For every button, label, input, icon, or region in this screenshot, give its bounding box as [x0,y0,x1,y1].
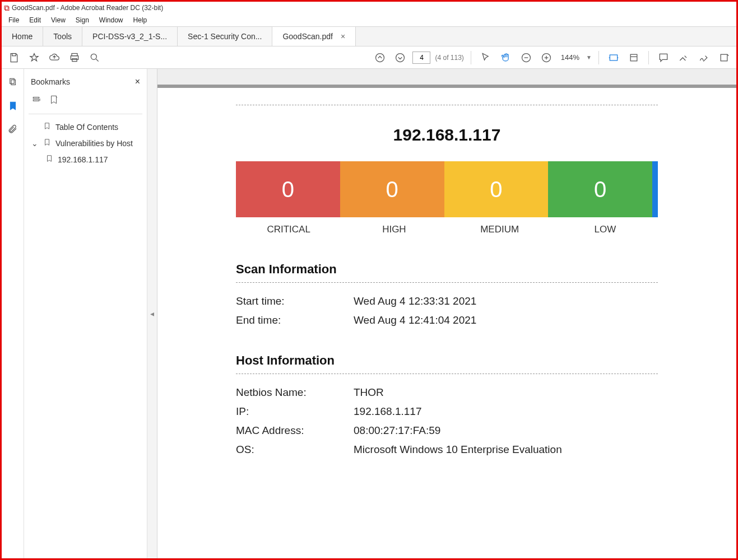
svg-point-5 [376,53,384,62]
bookmark-label: 192.168.1.117 [58,155,108,164]
fit-width-icon[interactable] [606,50,621,66]
scan-end-label: End time: [236,314,354,326]
severity-critical-label: CRITICAL [236,224,341,235]
menu-bar: File Edit View Sign Window Help [2,14,736,26]
chevron-down-icon[interactable]: ⌄ [31,139,39,148]
severity-high-count: 0 [340,161,444,217]
menu-help[interactable]: Help [129,15,152,25]
bookmark-icon [45,155,53,164]
sidebar-close-icon[interactable]: × [135,77,140,87]
netbios-label: Netbios Name: [236,386,354,399]
ip-label: IP: [236,405,354,418]
svg-rect-12 [10,78,14,83]
menu-edit[interactable]: Edit [25,15,45,25]
scan-end-value: Wed Aug 4 12:41:04 2021 [354,314,476,326]
document-area[interactable]: ◂ 192.168.1.117 0 0 0 0 CRITICAL HIGH ME… [147,69,736,558]
bookmark-icon [43,122,51,132]
tab-doc-1[interactable]: PCI-DSS-v3_2_1-S... [82,27,178,46]
bookmarks-icon[interactable] [6,99,20,113]
svg-rect-10 [630,54,637,61]
hand-tool-icon[interactable] [498,50,514,66]
page-display-icon[interactable] [626,50,642,66]
page-count-label: (4 of 113) [435,54,463,62]
new-bookmark-icon[interactable] [49,95,59,107]
comment-icon[interactable] [656,50,671,66]
severity-low-count: 0 [548,161,652,217]
svg-rect-1 [72,53,77,55]
save-icon[interactable] [6,50,22,66]
highlight-icon[interactable] [676,50,691,66]
tab-tools[interactable]: Tools [43,27,82,46]
search-icon[interactable] [87,50,103,66]
bookmark-label: Vulnerabilities by Host [55,139,133,148]
severity-labels: CRITICAL HIGH MEDIUM LOW [236,224,658,235]
sign-icon[interactable] [696,50,712,66]
bookmark-icon [43,138,51,148]
sidebar-collapse-gutter[interactable]: ◂ [147,69,157,558]
menu-sign[interactable]: Sign [71,15,94,25]
bookmarks-panel: Bookmarks × Table Of Contents ⌄ Vulnerab… [24,69,147,558]
page-up-icon[interactable] [372,50,388,66]
zoom-out-icon[interactable] [518,50,534,66]
sidebar-title: Bookmarks [31,77,70,86]
app-icon: ⧉ [4,3,10,13]
host-title: 192.168.1.117 [236,125,658,144]
menu-window[interactable]: Window [95,15,128,25]
print-icon[interactable] [67,50,82,66]
scan-info-heading: Scan Information [236,262,658,283]
svg-rect-0 [12,53,16,55]
bookmark-item-toc[interactable]: Table Of Contents [29,119,142,135]
pdf-page: 192.168.1.117 0 0 0 0 CRITICAL HIGH MEDI… [157,88,736,558]
cloud-upload-icon[interactable] [47,50,62,66]
severity-info-bar [652,161,658,217]
attachments-icon[interactable] [6,123,20,136]
tab-home[interactable]: Home [2,27,43,46]
bookmark-options-icon[interactable] [32,95,42,107]
ip-value: 192.168.1.117 [354,405,422,418]
window-title: GoodScan.pdf - Adobe Acrobat Reader DC (… [12,4,163,12]
zoom-dropdown-icon[interactable]: ▼ [586,54,592,60]
tab-doc-3[interactable]: GoodScan.pdf× [272,27,356,46]
menu-view[interactable]: View [47,15,70,25]
toolbar: (4 of 113) 144% ▼ [2,46,736,69]
svg-rect-9 [610,55,617,60]
severity-medium-count: 0 [444,161,549,217]
svg-point-6 [396,53,405,62]
svg-rect-11 [721,54,727,61]
severity-summary: 0 0 0 0 [236,161,658,217]
svg-rect-14 [33,97,39,99]
selection-tool-icon[interactable] [478,50,494,66]
zoom-level[interactable]: 144% [561,53,579,62]
os-value: Microsoft Windows 10 Enterprise Evaluati… [354,444,562,456]
netbios-value: THOR [354,386,384,399]
thumbnails-icon[interactable] [6,76,20,89]
severity-medium-label: MEDIUM [447,224,553,235]
zoom-in-icon[interactable] [539,50,554,66]
mac-value: 08:00:27:17:FA:59 [354,424,440,437]
collapse-arrow-icon[interactable]: ◂ [150,309,154,318]
scan-start-label: Start time: [236,295,354,307]
star-icon[interactable] [26,50,42,66]
mac-label: MAC Address: [236,424,354,437]
bookmark-item-vulns[interactable]: ⌄ Vulnerabilities by Host [29,135,142,151]
bookmark-item-host[interactable]: 192.168.1.117 [29,151,142,167]
page-number-input[interactable] [412,52,430,64]
severity-high-label: HIGH [341,224,447,235]
window-titlebar: ⧉ GoodScan.pdf - Adobe Acrobat Reader DC… [2,2,736,14]
os-label: OS: [236,444,354,456]
svg-point-4 [91,54,96,59]
page-down-icon[interactable] [392,50,408,66]
scan-start-value: Wed Aug 4 12:33:31 2021 [354,295,476,307]
svg-rect-3 [72,58,77,61]
svg-rect-15 [33,100,39,101]
more-tools-icon[interactable] [716,50,732,66]
tab-doc-2[interactable]: Sec-1 Security Con... [178,27,272,46]
severity-low-label: LOW [553,224,658,235]
tab-close-icon[interactable]: × [341,32,345,41]
document-tabs: Home Tools PCI-DSS-v3_2_1-S... Sec-1 Sec… [2,26,736,46]
svg-rect-13 [11,80,16,85]
menu-file[interactable]: File [4,15,24,25]
severity-critical-count: 0 [236,161,340,217]
navigation-rail [2,69,24,558]
host-info-heading: Host Information [236,353,658,374]
